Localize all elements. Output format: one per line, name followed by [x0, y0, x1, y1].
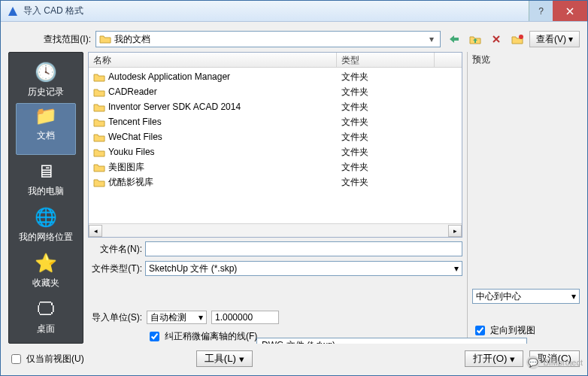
delete-icon[interactable]: [487, 31, 505, 47]
filetype-dropdown-list[interactable]: DWG 文件 (*.dwg)DXF 文件 (*.dxf)DGN 文件 (*.dg…: [256, 338, 527, 344]
file-row[interactable]: WeChat Files文件夹: [89, 129, 462, 144]
file-row[interactable]: Tencent Files文件夹: [89, 114, 462, 129]
folder-icon: [93, 177, 105, 187]
filetype-label: 文件类型(T):: [88, 262, 142, 275]
folder-icon: [93, 86, 105, 97]
view-menu-button[interactable]: 查看(V)▾: [529, 31, 580, 47]
sidebar-item-docs[interactable]: 📁文档: [16, 103, 76, 155]
sidebar-item-pc[interactable]: 🖥我的电脑: [16, 156, 76, 201]
filename-input[interactable]: [145, 241, 462, 256]
chevron-down-icon: ▾: [426, 32, 437, 46]
file-row[interactable]: Inventor Server SDK ACAD 2014文件夹: [89, 99, 462, 114]
open-button[interactable]: 打开(O)▾: [465, 350, 523, 367]
folder-icon: [93, 162, 105, 172]
column-name[interactable]: 名称: [89, 53, 337, 67]
orient-label: 定向到视图: [490, 324, 535, 337]
folder-icon: [93, 71, 105, 82]
history-icon: 🕓: [34, 60, 58, 84]
column-type[interactable]: 类型: [337, 53, 435, 67]
filetype-select[interactable]: SketchUp 文件 (*.skp) ▾: [145, 261, 462, 276]
app-icon: [7, 5, 19, 17]
fav-icon: ⭐: [34, 251, 58, 275]
close-button[interactable]: [553, 1, 587, 21]
file-list[interactable]: Autodesk Application Manager文件夹CADReader…: [89, 68, 462, 223]
folder-icon: [93, 147, 105, 157]
sidebar-item-fav[interactable]: ⭐收藏夹: [16, 248, 76, 293]
horizontal-scrollbar[interactable]: ◂ ▸: [89, 223, 462, 237]
desk-icon: 🖵: [34, 297, 58, 321]
only-front-label: 仅当前视图(U): [26, 353, 84, 365]
svg-point-0: [519, 35, 523, 39]
file-row[interactable]: 美图图库文件夹: [89, 159, 462, 174]
filename-label: 文件名(N):: [88, 243, 142, 256]
file-row[interactable]: 优酷影视库文件夹: [89, 174, 462, 190]
lookin-label: 查找范围(I):: [8, 33, 91, 46]
fix-axis-label: 纠正稍微偏离轴的线(F): [165, 330, 257, 343]
net-icon: 🌐: [34, 205, 58, 229]
precision-value: 1.000000: [211, 311, 279, 324]
new-folder-icon[interactable]: [508, 31, 526, 47]
up-folder-icon[interactable]: [466, 31, 484, 47]
only-front-checkbox[interactable]: [11, 354, 21, 364]
preview-title: 预览: [472, 52, 580, 71]
window-title: 导入 CAD 格式: [23, 5, 529, 17]
sidebar-item-desk[interactable]: 🖵桌面: [16, 294, 76, 338]
sidebar-item-history[interactable]: 🕓历史记录: [16, 57, 76, 102]
fix-axis-checkbox[interactable]: [150, 332, 159, 341]
titlebar[interactable]: 导入 CAD 格式 ?: [1, 1, 587, 22]
import-unit-label: 导入单位(S):: [88, 311, 142, 324]
import-unit-select[interactable]: 自动检测▾: [147, 311, 207, 324]
folder-icon: [93, 117, 105, 127]
lookin-dropdown[interactable]: 我的文档 ▾: [95, 31, 441, 47]
docs-icon: 📁: [34, 104, 58, 128]
folder-icon: [99, 33, 111, 45]
orient-checkbox[interactable]: [475, 326, 485, 335]
chat-icon: 💬: [526, 356, 540, 369]
scroll-right-button[interactable]: ▸: [448, 225, 462, 237]
file-row[interactable]: Youku Files文件夹: [89, 144, 462, 159]
folder-icon: [93, 102, 105, 112]
help-button[interactable]: ?: [529, 1, 553, 21]
file-row[interactable]: Autodesk Application Manager文件夹: [89, 69, 462, 84]
lookin-value: 我的文档: [114, 33, 150, 46]
back-icon[interactable]: [445, 31, 463, 47]
watermark: 💬 BIMproject: [526, 356, 583, 369]
position-select[interactable]: 中心到中心▾: [472, 289, 580, 304]
filetype-option[interactable]: DWG 文件 (*.dwg): [257, 338, 526, 344]
scroll-left-button[interactable]: ◂: [89, 225, 102, 237]
sidebar-item-net[interactable]: 🌐我的网络位置: [16, 202, 76, 247]
pc-icon: 🖥: [34, 159, 58, 183]
tools-button[interactable]: 工具(L)▾: [196, 350, 253, 367]
chevron-down-icon: ▾: [454, 263, 459, 274]
file-row[interactable]: CADReader文件夹: [89, 84, 462, 99]
chevron-down-icon: ▾: [568, 34, 573, 44]
places-bar: 🕓历史记录📁文档🖥我的电脑🌐我的网络位置⭐收藏夹🖵桌面: [8, 52, 83, 344]
folder-icon: [93, 132, 105, 142]
